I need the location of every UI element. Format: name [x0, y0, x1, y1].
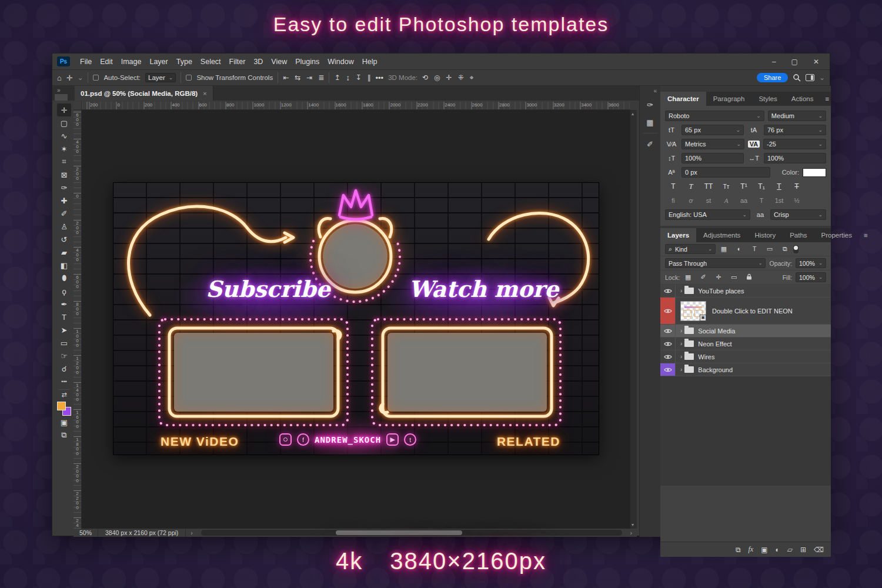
character-tab-actions[interactable]: Actions — [784, 92, 821, 106]
auto-select-checkbox[interactable] — [93, 75, 99, 81]
group-chevron-icon[interactable]: › — [680, 340, 682, 347]
menu-type[interactable]: Type — [172, 58, 196, 66]
path-selection-tool[interactable]: ➤ — [57, 323, 71, 336]
rectangular-marquee-tool[interactable]: ▢ — [57, 116, 71, 129]
horizontal-scale-field[interactable]: 100% — [764, 153, 826, 163]
document-canvas[interactable]: Subscribe Watch more NEW ViDEO RELATED f… — [113, 183, 599, 455]
scroll-up-icon[interactable]: ▴ — [632, 111, 634, 116]
lock-icon-0[interactable]: ▦ — [683, 273, 693, 281]
share-button[interactable]: Share — [757, 73, 788, 82]
brush-tool[interactable]: ✐ — [57, 207, 71, 220]
opacity-dropdown[interactable]: 100%⌄ — [796, 258, 826, 268]
layer-visibility-toggle[interactable] — [660, 338, 676, 350]
menu-plugins[interactable]: Plugins — [291, 58, 323, 66]
eraser-tool[interactable]: ▰ — [57, 246, 71, 259]
move-tool[interactable]: ✛ — [57, 103, 71, 116]
group-chevron-icon[interactable]: › — [680, 328, 682, 334]
mode3d-icon-0[interactable]: ⟲ — [422, 74, 428, 82]
layer-name[interactable]: Double Click to EDIT NEON — [712, 308, 793, 315]
strikethrough-button[interactable]: T — [789, 181, 805, 192]
all-caps-button[interactable]: TT — [700, 181, 717, 192]
font-style-dropdown[interactable]: Medium⌄ — [768, 111, 826, 121]
layer-row[interactable]: ▣Double Click to EDIT NEON — [660, 298, 831, 325]
faux-italic-button[interactable]: T — [683, 181, 699, 192]
distribute-icon-1[interactable]: ↨ — [346, 74, 349, 82]
color-swatches[interactable] — [57, 402, 71, 416]
group-chevron-icon[interactable]: › — [680, 366, 682, 373]
ordinals-button[interactable]: ơ — [683, 195, 699, 206]
layer-row[interactable]: ›Social Media — [660, 325, 831, 338]
font-size-dropdown[interactable]: 65 px⌄ — [681, 125, 744, 135]
character-tab-styles[interactable]: Styles — [751, 92, 784, 106]
scroll-down-icon[interactable]: ▾ — [632, 522, 634, 527]
search-icon[interactable] — [793, 74, 801, 82]
menu-image[interactable]: Image — [117, 58, 146, 66]
canvas-area[interactable]: Subscribe Watch more NEW ViDEO RELATED f… — [82, 110, 630, 529]
dodge-tool[interactable]: ϙ — [57, 285, 71, 298]
history-brush-tool[interactable]: ↺ — [57, 233, 71, 246]
foreground-color-swatch[interactable] — [57, 402, 66, 410]
subscript-button[interactable]: T₁ — [753, 181, 770, 192]
type-tool[interactable]: T — [57, 310, 71, 323]
minimize-icon[interactable]: – — [772, 58, 776, 66]
lock-icon-4[interactable] — [744, 273, 754, 281]
layers-tab-paths[interactable]: Paths — [783, 228, 814, 242]
fill-dropdown[interactable]: 100%⌄ — [796, 272, 826, 282]
mode3d-icon-1[interactable]: ◎ — [434, 74, 440, 82]
ligatures-button[interactable]: fi — [665, 195, 681, 206]
baseline-shift-field[interactable]: 0 px — [681, 167, 770, 178]
workspace-chevron-icon[interactable]: ⌄ — [819, 74, 825, 82]
lasso-tool[interactable]: ∿ — [57, 129, 71, 142]
status-end-icon[interactable]: › — [626, 529, 637, 536]
layer-row[interactable]: ›Background — [660, 363, 831, 376]
contextual-alternates-button[interactable]: aa — [736, 195, 752, 206]
layers-tab-layers[interactable]: Layers — [660, 228, 696, 242]
faux-bold-button[interactable]: T — [665, 181, 681, 192]
leading-dropdown[interactable]: 76 px⌄ — [764, 125, 826, 135]
brush-settings-panel-icon[interactable]: ✐ — [643, 137, 658, 151]
zoom-level[interactable]: 50% — [74, 529, 98, 537]
hand-tool[interactable]: ☞ — [57, 349, 71, 362]
standard-ligatures-button[interactable]: st — [700, 195, 717, 206]
layer-visibility-toggle[interactable] — [660, 298, 676, 324]
filter-toggle[interactable] — [793, 245, 799, 253]
align-icon-2[interactable]: ⇥ — [306, 74, 312, 82]
menu-window[interactable]: Window — [323, 58, 358, 66]
superscript-button[interactable]: T¹ — [736, 181, 752, 192]
filter-icon-2[interactable]: T — [750, 245, 759, 253]
layer-row[interactable]: ›YouTube places — [660, 285, 831, 298]
blend-mode-dropdown[interactable]: Pass Through⌄ — [665, 258, 766, 268]
group-chevron-icon[interactable]: › — [680, 353, 682, 360]
lock-icon-2[interactable]: ✛ — [714, 273, 723, 281]
menu-help[interactable]: Help — [358, 58, 382, 66]
layer-name[interactable]: Wires — [698, 353, 714, 360]
layer-name[interactable]: YouTube places — [698, 288, 744, 295]
menu-filter[interactable]: Filter — [225, 58, 250, 66]
healing-brush-tool[interactable]: ✚ — [57, 194, 71, 207]
stylistic-alternates-button[interactable]: A — [718, 195, 734, 206]
gradient-tool[interactable]: ◧ — [57, 259, 71, 272]
distribute-icon-0[interactable]: ↥ — [334, 74, 340, 82]
titling-button[interactable]: T — [753, 195, 770, 206]
quick-selection-tool[interactable]: ✶ — [57, 142, 71, 155]
tab-overflow-icon[interactable]: » — [57, 87, 61, 93]
quick-mask-button[interactable]: ▣ — [57, 416, 71, 429]
align-icon-3[interactable]: ≣ — [318, 74, 324, 82]
scrollbar-thumb[interactable] — [336, 530, 462, 535]
edit-toolbar[interactable]: ••• — [57, 375, 71, 388]
screen-mode-button[interactable]: ⧉ — [57, 429, 71, 442]
status-expand-icon[interactable]: › — [186, 529, 198, 536]
auto-select-dropdown[interactable]: Layer⌄ — [145, 73, 176, 82]
more-options-icon[interactable]: ••• — [376, 74, 384, 82]
maximize-icon[interactable]: ▢ — [791, 58, 798, 66]
layer-name[interactable]: Background — [698, 366, 733, 373]
layer-visibility-toggle[interactable] — [660, 325, 676, 337]
layer-name[interactable]: Neon Effect — [698, 340, 731, 348]
character-tab-character[interactable]: Character — [660, 92, 706, 106]
menu-select[interactable]: Select — [196, 58, 225, 66]
fractions-button[interactable]: ½ — [789, 195, 805, 206]
layer-row[interactable]: ›Wires — [660, 350, 831, 363]
group-chevron-icon[interactable]: › — [680, 288, 682, 294]
crop-tool[interactable]: ⌗ — [57, 155, 71, 168]
frame-tool[interactable]: ⊠ — [57, 168, 71, 181]
